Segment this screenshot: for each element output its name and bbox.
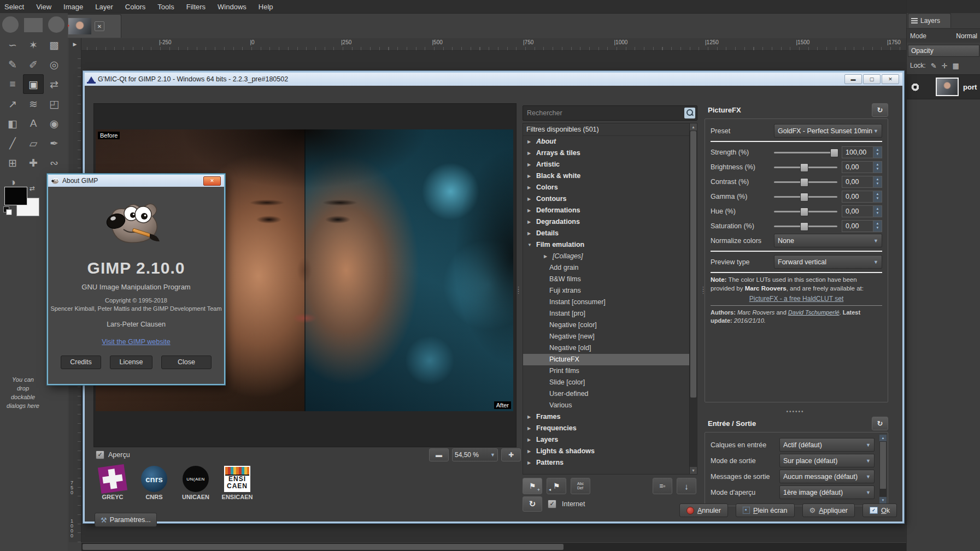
filter-item-negative-old-[interactable]: Negative [old]: [523, 342, 697, 354]
param-value-box[interactable]: 0,00▲▼: [842, 191, 882, 203]
chevron-collapsed-icon[interactable]: ▶: [527, 216, 533, 228]
minimize-button[interactable]: ▬: [844, 74, 862, 84]
zoom-in-button[interactable]: ✚: [501, 448, 521, 461]
filter-item-details[interactable]: ▶Details: [523, 228, 697, 239]
unified-transform-tool[interactable]: ⇄: [44, 74, 64, 94]
color-swatches[interactable]: ⇄: [4, 187, 37, 215]
spinner-icons[interactable]: ▲▼: [873, 220, 882, 232]
gmic-title-bar[interactable]: G'MIC-Qt for GIMP 2.10 - Windows 64 bits…: [85, 73, 902, 86]
license-button[interactable]: License: [110, 356, 152, 369]
text-tool[interactable]: A: [23, 114, 44, 133]
filter-item-contours[interactable]: ▶Contours: [523, 193, 697, 205]
param-slider[interactable]: [774, 177, 837, 186]
scrollbar-thumb[interactable]: [880, 442, 886, 489]
filter-item-various[interactable]: Various: [523, 400, 697, 411]
ruler-corner-menu[interactable]: ▶: [69, 38, 81, 50]
chevron-collapsed-icon[interactable]: ▶: [527, 434, 533, 446]
scroll-up-icon[interactable]: ▲: [879, 435, 887, 441]
about-close-button[interactable]: ✕: [203, 176, 221, 186]
image-tab[interactable]: ✕: [64, 14, 121, 38]
clone-tool[interactable]: ⊞: [2, 153, 23, 173]
add-fave-button[interactable]: ⚑+: [523, 478, 542, 494]
lock-alpha-icon[interactable]: ▦: [953, 62, 959, 70]
chevron-collapsed-icon[interactable]: ▶: [527, 193, 533, 205]
io-dropdown[interactable]: Actif (défaut)▼: [779, 438, 875, 452]
param-value-box[interactable]: 0,00▲▼: [842, 220, 882, 232]
io-dropdown[interactable]: 1ère image (défaut)▼: [779, 485, 875, 499]
splitter-right[interactable]: ⋮⋮: [700, 288, 703, 292]
heal-tool[interactable]: ✚: [23, 153, 44, 173]
menu-colors[interactable]: Colors: [125, 3, 146, 11]
maximize-button[interactable]: ▢: [863, 74, 881, 84]
color-picker-tool[interactable]: ✐: [23, 55, 44, 74]
filter-item-b-w-films[interactable]: B&W films: [523, 274, 697, 285]
io-scrollbar[interactable]: ▲ ▼: [879, 435, 887, 503]
reset-io-button[interactable]: ↻: [872, 417, 888, 430]
ink-tool[interactable]: ✒: [44, 133, 64, 153]
perspective-tool[interactable]: ↗: [2, 94, 23, 114]
filter-item-degradations[interactable]: ▶Degradations: [523, 216, 697, 228]
appliquer-button[interactable]: ⚙Appliquer: [802, 503, 855, 517]
filter-search-box[interactable]: Rechercher: [523, 105, 697, 121]
chevron-collapsed-icon[interactable]: ▶: [527, 147, 533, 159]
scroll-down-icon[interactable]: ▼: [690, 467, 697, 474]
filter-item-deformations[interactable]: ▶Deformations: [523, 205, 697, 216]
default-colors-icon[interactable]: [3, 206, 9, 212]
3d-transform-tool[interactable]: ◰: [44, 94, 64, 114]
remove-fave-button[interactable]: ⚑◂: [547, 478, 566, 494]
filter-item-negative-color-[interactable]: Negative [color]: [523, 319, 697, 331]
expand-collapse-button[interactable]: ↓: [677, 478, 696, 494]
normalize-dropdown[interactable]: None ▼: [774, 234, 882, 247]
close-button[interactable]: Close: [161, 356, 212, 369]
chevron-collapsed-icon[interactable]: ▶: [527, 170, 533, 182]
rename-fave-button[interactable]: Abc Def: [571, 478, 590, 494]
settings-button[interactable]: ⚒ Paramètres...: [95, 513, 157, 527]
io-dropdown[interactable]: Sur place (défaut)▼: [779, 454, 875, 467]
foreground-color-swatch[interactable]: [4, 187, 27, 205]
spinner-icons[interactable]: ▲▼: [873, 176, 882, 188]
horizontal-splitter[interactable]: ••••••: [762, 410, 828, 416]
zoom-out-button[interactable]: ▬: [429, 448, 449, 461]
annuler-button[interactable]: Annuler: [679, 503, 728, 517]
chevron-collapsed-icon[interactable]: ▶: [527, 457, 533, 469]
scrollbar-thumb[interactable]: [690, 131, 696, 398]
slider-handle[interactable]: [800, 178, 808, 187]
param-slider[interactable]: [774, 163, 837, 171]
param-slider[interactable]: [774, 192, 837, 201]
bucket-fill-tool[interactable]: ◉: [44, 114, 64, 133]
filter-item-instant-consumer-[interactable]: Instant [consumer]: [523, 297, 697, 308]
menu-help[interactable]: Help: [259, 3, 273, 11]
param-value-box[interactable]: 0,00▲▼: [842, 205, 882, 217]
internet-checkbox[interactable]: ✓: [548, 500, 556, 508]
filter-item--collages-[interactable]: ▶[Collages]: [523, 251, 697, 262]
reset-filter-button[interactable]: ↻: [872, 103, 888, 117]
search-icon[interactable]: [684, 108, 695, 119]
spinner-icons[interactable]: ▲▼: [873, 161, 882, 173]
param-value-box[interactable]: 0,00▲▼: [842, 176, 882, 188]
slider-handle[interactable]: [800, 222, 808, 231]
filter-item-negative-new-[interactable]: Negative [new]: [523, 331, 697, 342]
filter-item-slide-color-[interactable]: Slide [color]: [523, 377, 697, 388]
organize-filters-button[interactable]: ≡▫: [653, 478, 672, 494]
plein-cran-button[interactable]: Plein écran: [736, 503, 795, 517]
scroll-up-icon[interactable]: ▲: [690, 123, 697, 131]
io-dropdown[interactable]: Aucun message (défaut)▼: [779, 470, 875, 483]
chevron-expanded-icon[interactable]: ▼: [527, 239, 533, 251]
select-by-color-tool[interactable]: ▩: [44, 35, 64, 55]
about-title-bar[interactable]: About GIMP ✕: [48, 175, 224, 187]
filter-item-film-emulation[interactable]: ▼Film emulation: [523, 239, 697, 251]
filter-item-instant-pro-[interactable]: Instant [pro]: [523, 308, 697, 319]
param-slider[interactable]: [774, 207, 837, 216]
param-slider[interactable]: [774, 148, 837, 157]
fuzzy-select-tool[interactable]: ✶: [23, 35, 44, 55]
horizontal-scrollbar[interactable]: [81, 543, 906, 551]
zoom-tool[interactable]: ◎: [44, 55, 64, 74]
filter-item-frames[interactable]: ▶Frames: [523, 411, 697, 423]
warp-transform-tool[interactable]: ≋: [23, 94, 44, 114]
align-tool[interactable]: ≡: [2, 74, 23, 94]
preview-split-line[interactable]: [304, 129, 306, 411]
eraser-tool[interactable]: ▱: [23, 133, 44, 153]
crop-tool[interactable]: ▣: [23, 74, 44, 94]
chevron-collapsed-icon[interactable]: ▶: [544, 251, 549, 262]
preview-type-dropdown[interactable]: Forward vertical ▼: [774, 255, 882, 269]
